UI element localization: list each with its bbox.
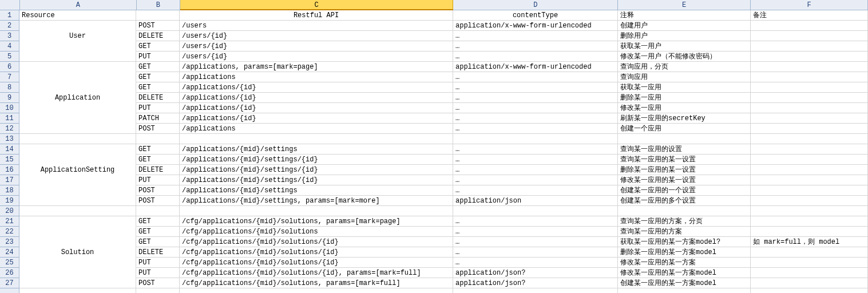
cell-C2[interactable]: /users bbox=[180, 21, 453, 31]
cell-E15[interactable]: 查询某一应用的某一设置 bbox=[618, 155, 751, 165]
cell-B5[interactable]: PUT bbox=[136, 52, 180, 62]
cell-C6[interactable]: /applications, params=[mark=page] bbox=[180, 62, 453, 72]
row-header[interactable]: 11 bbox=[0, 113, 19, 124]
cell-C8[interactable]: /applications/{id} bbox=[180, 82, 453, 93]
cell-F18[interactable] bbox=[751, 185, 868, 196]
cell-D7[interactable]: … bbox=[453, 72, 618, 82]
cell-A15[interactable] bbox=[19, 155, 136, 165]
row-header[interactable]: 27 bbox=[0, 278, 19, 288]
cell-B2[interactable]: POST bbox=[136, 21, 180, 31]
cell-F7[interactable] bbox=[751, 72, 868, 82]
cell-A19[interactable] bbox=[19, 196, 136, 206]
cell-F19[interactable] bbox=[751, 196, 868, 206]
row-header[interactable]: 9 bbox=[0, 93, 19, 103]
cell-C9[interactable]: /applications/{id} bbox=[180, 93, 453, 103]
cell-F2[interactable] bbox=[751, 21, 868, 31]
row-header[interactable]: 4 bbox=[0, 41, 19, 52]
column-header-C[interactable]: C bbox=[180, 0, 454, 10]
cell-C7[interactable]: /applications bbox=[180, 72, 453, 82]
cell-C11[interactable]: /applications/{id} bbox=[180, 113, 453, 124]
cell-F4[interactable] bbox=[751, 41, 868, 52]
cell-A9[interactable]: Application bbox=[19, 93, 136, 103]
spreadsheet[interactable]: A B C D E F 1 Resource Restful API conte… bbox=[0, 0, 868, 293]
row-header[interactable]: 2 bbox=[0, 21, 19, 31]
cell-B21[interactable]: GET bbox=[136, 216, 180, 227]
cell-D11[interactable]: … bbox=[453, 113, 618, 124]
cell-C22[interactable]: /cfg/applications/{mid}/solutions bbox=[180, 227, 453, 237]
cell-F3[interactable] bbox=[751, 31, 868, 41]
cell-F12[interactable] bbox=[751, 124, 868, 134]
cell-A13[interactable] bbox=[19, 134, 136, 144]
cell-F15[interactable] bbox=[751, 155, 868, 165]
cell-E24[interactable]: 删除某一应用的某一方案model bbox=[618, 247, 751, 258]
row-header[interactable]: 17 bbox=[0, 175, 19, 185]
cell-F8[interactable] bbox=[751, 82, 868, 93]
cell-B15[interactable]: GET bbox=[136, 155, 180, 165]
row-header[interactable]: 18 bbox=[0, 185, 19, 196]
cell-F9[interactable] bbox=[751, 93, 868, 103]
cell-F11[interactable] bbox=[751, 113, 868, 124]
column-header-F[interactable]: F bbox=[751, 0, 868, 10]
row-header[interactable]: 24 bbox=[0, 247, 19, 258]
cell-D17[interactable]: … bbox=[453, 175, 618, 185]
cell-E10[interactable]: 修改某一应用 bbox=[618, 103, 751, 113]
cell-C16[interactable]: /applications/{mid}/settings/{id} bbox=[180, 165, 453, 175]
cell-E17[interactable]: 修改某一应用的某一设置 bbox=[618, 175, 751, 185]
cell-E21[interactable]: 查询某一应用的方案，分页 bbox=[618, 216, 751, 227]
cell-A20[interactable] bbox=[19, 206, 136, 216]
cell-B4[interactable]: GET bbox=[136, 41, 180, 52]
row-header[interactable]: 21 bbox=[0, 216, 19, 227]
cell-B7[interactable]: GET bbox=[136, 72, 180, 82]
cell-A18[interactable] bbox=[19, 185, 136, 196]
cell-A3[interactable]: User bbox=[19, 31, 136, 41]
cell-B16[interactable]: DELETE bbox=[136, 165, 180, 175]
cell-B9[interactable]: DELETE bbox=[136, 93, 180, 103]
cell-A11[interactable] bbox=[19, 113, 136, 124]
cell-C23[interactable]: /cfg/applications/{mid}/solutions/{id} bbox=[180, 237, 453, 247]
cell-F10[interactable] bbox=[751, 103, 868, 113]
cell-D21[interactable]: … bbox=[453, 216, 618, 227]
cell-B23[interactable]: GET bbox=[136, 237, 180, 247]
cell-E22[interactable]: 查询某一应用的方案 bbox=[618, 227, 751, 237]
cell[interactable] bbox=[618, 288, 751, 293]
cell-D26[interactable]: application/json? bbox=[453, 268, 618, 278]
cell-D4[interactable]: … bbox=[453, 41, 618, 52]
cell-D15[interactable]: … bbox=[453, 155, 618, 165]
cell-B20[interactable] bbox=[136, 206, 180, 216]
cell-D6[interactable]: application/x-www-form-urlencoded bbox=[453, 62, 618, 72]
cell-C20[interactable] bbox=[180, 206, 453, 216]
cell-B19[interactable]: POST bbox=[136, 196, 180, 206]
cell-A25[interactable] bbox=[19, 258, 136, 268]
cell-E1[interactable]: 注释 bbox=[618, 10, 751, 21]
cell-A2[interactable] bbox=[19, 21, 136, 31]
row-header[interactable]: 1 bbox=[0, 10, 19, 21]
cell-A6[interactable] bbox=[19, 62, 136, 72]
cell-B6[interactable]: GET bbox=[136, 62, 180, 72]
cell-B17[interactable]: PUT bbox=[136, 175, 180, 185]
cell-F16[interactable] bbox=[751, 165, 868, 175]
cell-D19[interactable]: application/json bbox=[453, 196, 618, 206]
row-header[interactable]: 10 bbox=[0, 103, 19, 113]
cell-C5[interactable]: /users/{id} bbox=[180, 52, 453, 62]
cell-B10[interactable]: PUT bbox=[136, 103, 180, 113]
cell-D9[interactable]: … bbox=[453, 93, 618, 103]
cell-C17[interactable]: /applications/{mid}/settings/{id} bbox=[180, 175, 453, 185]
row-header[interactable]: 25 bbox=[0, 258, 19, 268]
cell[interactable] bbox=[136, 288, 180, 293]
cell-F21[interactable] bbox=[751, 216, 868, 227]
cell-D5[interactable]: … bbox=[453, 52, 618, 62]
cell-A4[interactable] bbox=[19, 41, 136, 52]
row-header[interactable] bbox=[0, 288, 19, 293]
cell-A23[interactable] bbox=[19, 237, 136, 247]
cell-A14[interactable] bbox=[19, 144, 136, 155]
cell-C4[interactable]: /users/{id} bbox=[180, 41, 453, 52]
cell-E14[interactable]: 查询某一应用的设置 bbox=[618, 144, 751, 155]
cell-B11[interactable]: PATCH bbox=[136, 113, 180, 124]
cell-E8[interactable]: 获取某一应用 bbox=[618, 82, 751, 93]
cell-A10[interactable] bbox=[19, 103, 136, 113]
cell-E23[interactable]: 获取某一应用的某一方案model? bbox=[618, 237, 751, 247]
row-header[interactable]: 16 bbox=[0, 165, 19, 175]
column-header-D[interactable]: D bbox=[453, 0, 618, 10]
cell-B25[interactable]: PUT bbox=[136, 258, 180, 268]
cell-C24[interactable]: /cfg/applications/{mid}/solutions/{id} bbox=[180, 247, 453, 258]
